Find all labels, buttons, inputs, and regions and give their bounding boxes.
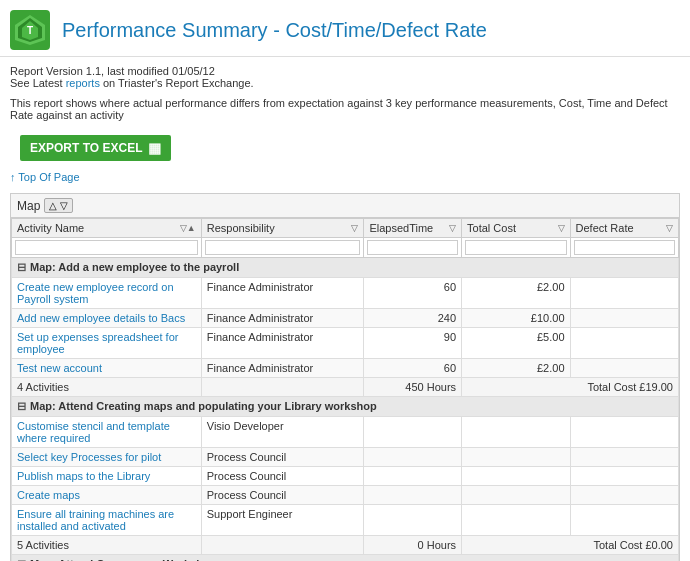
summary-activities: 5 Activities <box>12 536 202 555</box>
summary-empty <box>201 536 364 555</box>
table-row: Set up expenses spreadsheet for employee… <box>12 328 679 359</box>
meta-section: Report Version 1.1, last modified 01/05/… <box>0 57 690 93</box>
summary-activities: 4 Activities <box>12 378 202 397</box>
cell-cost: £10.00 <box>462 309 570 328</box>
cell-elapsed: 90 <box>364 328 462 359</box>
cell-cost <box>462 486 570 505</box>
cell-cost <box>462 417 570 448</box>
filter-responsibility[interactable] <box>205 240 361 255</box>
col-header-elapsed[interactable]: ElapsedTime ▽ <box>364 219 462 238</box>
filter-row <box>12 238 679 258</box>
cell-defect <box>570 278 678 309</box>
filter-cost[interactable] <box>465 240 566 255</box>
cell-activity[interactable]: Customise stencil and template where req… <box>12 417 202 448</box>
cell-responsibility: Visio Developer <box>201 417 364 448</box>
table-body: ⊟Map: Add a new employee to the payrollC… <box>12 258 679 562</box>
cell-cost <box>462 505 570 536</box>
table-row: Publish maps to the LibraryProcess Counc… <box>12 467 679 486</box>
group-header: ⊟Map: Add a new employee to the payroll <box>12 258 679 278</box>
table-row: Customise stencil and template where req… <box>12 417 679 448</box>
cell-activity[interactable]: Set up expenses spreadsheet for employee <box>12 328 202 359</box>
cell-elapsed: 240 <box>364 309 462 328</box>
export-to-excel-button[interactable]: EXPORT TO EXCEL ▦ <box>20 135 171 161</box>
cell-elapsed <box>364 417 462 448</box>
excel-icon: ▦ <box>148 140 161 156</box>
cell-elapsed <box>364 486 462 505</box>
cell-cost <box>462 467 570 486</box>
group-name: Map: Add a new employee to the payroll <box>30 261 239 273</box>
group-toggle[interactable]: ⊟ <box>17 261 26 273</box>
col-header-activity[interactable]: Activity Name ▽▲ <box>12 219 202 238</box>
summary-empty <box>201 378 364 397</box>
filter-elapsed[interactable] <box>367 240 458 255</box>
cell-defect <box>570 328 678 359</box>
cell-elapsed: 60 <box>364 359 462 378</box>
cell-defect <box>570 417 678 448</box>
cell-activity[interactable]: Create new employee record on Payroll sy… <box>12 278 202 309</box>
cell-activity[interactable]: Select key Processes for pilot <box>12 448 202 467</box>
map-label: Map <box>17 199 40 213</box>
cell-cost <box>462 448 570 467</box>
col-header-responsibility[interactable]: Responsibility ▽ <box>201 219 364 238</box>
map-sort-button[interactable]: △ ▽ <box>44 198 73 213</box>
cell-responsibility: Finance Administrator <box>201 359 364 378</box>
filter-activity[interactable] <box>15 240 198 255</box>
cell-activity[interactable]: Add new employee details to Bacs <box>12 309 202 328</box>
summary-hours: 0 Hours <box>364 536 462 555</box>
cell-cost: £2.00 <box>462 359 570 378</box>
cell-elapsed <box>364 448 462 467</box>
cell-defect <box>570 448 678 467</box>
cell-responsibility: Process Council <box>201 448 364 467</box>
column-header-row: Activity Name ▽▲ Responsibility ▽ Elapse… <box>12 219 679 238</box>
cell-defect <box>570 505 678 536</box>
cell-activity[interactable]: Create maps <box>12 486 202 505</box>
cell-activity[interactable]: Publish maps to the Library <box>12 467 202 486</box>
summary-hours: 450 Hours <box>364 378 462 397</box>
map-sort-row: Map △ ▽ <box>11 194 679 218</box>
cell-responsibility: Finance Administrator <box>201 328 364 359</box>
summary-row: 4 Activities450 HoursTotal Cost £19.00 <box>12 378 679 397</box>
cell-cost: £2.00 <box>462 278 570 309</box>
filter-defect[interactable] <box>574 240 675 255</box>
table-row: Add new employee details to BacsFinance … <box>12 309 679 328</box>
cell-defect <box>570 359 678 378</box>
svg-text:T: T <box>27 25 33 36</box>
cell-elapsed: 60 <box>364 278 462 309</box>
table-row: Create mapsProcess Council <box>12 486 679 505</box>
cell-elapsed <box>364 505 462 536</box>
cell-defect <box>570 486 678 505</box>
summary-row: 5 Activities0 HoursTotal Cost £0.00 <box>12 536 679 555</box>
cell-responsibility: Process Council <box>201 486 364 505</box>
cell-responsibility: Process Council <box>201 467 364 486</box>
col-header-cost[interactable]: Total Cost ▽ <box>462 219 570 238</box>
exchange-text: on Triaster's Report Exchange. <box>103 77 254 89</box>
cell-elapsed <box>364 467 462 486</box>
main-table: Activity Name ▽▲ Responsibility ▽ Elapse… <box>11 218 679 561</box>
col-header-defect[interactable]: Defect Rate ▽ <box>570 219 678 238</box>
cell-activity[interactable]: Ensure all training machines are install… <box>12 505 202 536</box>
group-header: ⊟Map: Attend Creating maps and populatin… <box>12 397 679 417</box>
top-link[interactable]: Top Of Page <box>18 171 79 183</box>
page-header: T Performance Summary - Cost/Time/Defect… <box>0 0 690 57</box>
top-of-page-link[interactable]: Top Of Page <box>0 169 690 189</box>
page-title: Performance Summary - Cost/Time/Defect R… <box>62 19 487 42</box>
table-row: Create new employee record on Payroll sy… <box>12 278 679 309</box>
description-text: This report shows where actual performan… <box>0 93 690 129</box>
group-name: Map: Attend Creating maps and populating… <box>30 400 377 412</box>
app-icon: T <box>10 10 50 50</box>
table-row: Test new accountFinance Administrator60£… <box>12 359 679 378</box>
summary-cost: Total Cost £19.00 <box>462 378 679 397</box>
cell-defect <box>570 309 678 328</box>
version-text: Report Version 1.1, last modified 01/05/… <box>10 65 215 77</box>
group-toggle[interactable]: ⊟ <box>17 400 26 412</box>
cell-responsibility: Finance Administrator <box>201 278 364 309</box>
table-row: Select key Processes for pilotProcess Co… <box>12 448 679 467</box>
group-header: ⊟Map: Attend Governance Workshop <box>12 555 679 562</box>
cell-responsibility: Finance Administrator <box>201 309 364 328</box>
cell-cost: £5.00 <box>462 328 570 359</box>
cell-activity[interactable]: Test new account <box>12 359 202 378</box>
cell-responsibility: Support Engineer <box>201 505 364 536</box>
reports-link[interactable]: reports <box>66 77 100 89</box>
cell-defect <box>570 467 678 486</box>
summary-cost: Total Cost £0.00 <box>462 536 679 555</box>
